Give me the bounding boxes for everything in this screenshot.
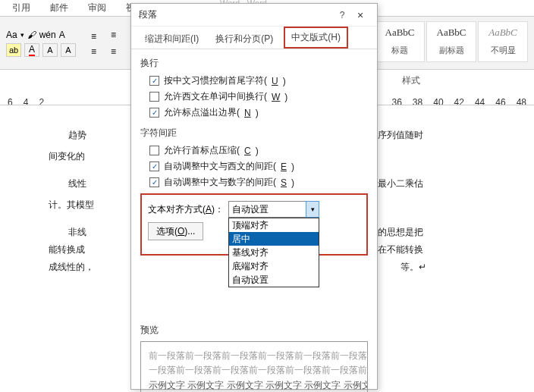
clear-format-button[interactable]: A [59, 30, 65, 40]
checkbox-icon[interactable] [149, 146, 159, 155]
doc-text: 线性 [68, 174, 86, 193]
style-subtle[interactable]: AaBbC不明显 [478, 21, 528, 62]
check-cjk-number-space[interactable]: 自动调整中文与数字的间距(S) [149, 176, 377, 189]
chevron-down-icon[interactable]: ▾ [306, 201, 319, 218]
tab-chinese-typography[interactable]: 中文版式(H) [284, 27, 348, 49]
tab-indent-spacing[interactable]: 缩进和间距(I) [139, 30, 205, 49]
align-option-auto[interactable]: 自动设置 [229, 273, 319, 287]
numbering-button[interactable]: ≡ [111, 30, 127, 43]
options-button[interactable]: 选项(O)... [148, 222, 203, 240]
tab-line-page-breaks[interactable]: 换行和分页(P) [209, 30, 279, 49]
text-align-dropdown: 顶端对齐 居中 基线对齐 底端对齐 自动设置 [228, 218, 319, 287]
doc-text: 的思想是把 [378, 223, 423, 241]
checkbox-icon[interactable] [149, 92, 159, 102]
doc-text: 在不能转换 [378, 240, 423, 259]
doc-text: 趋势 [68, 126, 86, 144]
char-shading-button[interactable]: A [61, 43, 76, 57]
align-left-button[interactable]: ≡ [91, 46, 108, 57]
style-subtitle[interactable]: AaBbC副标题 [426, 21, 476, 62]
ribbon-tab-mailings[interactable]: 邮件 [47, 0, 71, 16]
checkbox-icon[interactable] [149, 108, 159, 118]
doc-text: 非线 [68, 223, 86, 241]
paragraph-dialog: 段落 ? × 缩进和间距(I) 换行和分页(P) 中文版式(H) 换行 按中文习… [130, 3, 378, 390]
checkbox-icon[interactable] [149, 177, 159, 187]
dialog-title: 段落 [139, 8, 333, 21]
doc-text: 等。↵ [400, 258, 426, 276]
align-option-top[interactable]: 顶端对齐 [229, 218, 319, 232]
dialog-close-button[interactable]: × [351, 9, 369, 21]
check-cjk-latin-space[interactable]: 自动调整中文与西文的间距(E) [149, 160, 377, 173]
align-option-bottom[interactable]: 底端对齐 [229, 259, 319, 273]
check-latin-wordbreak[interactable]: 允许西文在单词中间换行(W) [149, 90, 377, 103]
check-chinese-firstlast[interactable]: 按中文习惯控制首尾字符(U) [149, 74, 377, 87]
section-wrap-label: 换行 [140, 57, 377, 70]
doc-text: 序列值随时 [378, 126, 423, 144]
checkbox-icon[interactable] [149, 76, 159, 86]
ruler-left: 642 [8, 97, 44, 108]
styles-group-label: 样式 [402, 74, 420, 87]
check-compress-punct[interactable]: 允许行首标点压缩(C) [149, 144, 377, 157]
dialog-help-button[interactable]: ? [333, 10, 351, 20]
doc-text: 间变化的 [49, 147, 85, 165]
char-border-button[interactable]: A [42, 43, 58, 57]
text-align-label: 文本对齐方式(A)： [148, 203, 224, 216]
doc-text: 成线性的， [49, 258, 94, 276]
format-painter-icon[interactable]: 🖌 [27, 30, 36, 40]
doc-text: 计。其模型 [49, 196, 94, 214]
change-case-button[interactable]: Aa [6, 30, 17, 40]
style-title[interactable]: AaBbC标题 [375, 21, 425, 62]
alignment-highlight-box: 文本对齐方式(A)： 自动设置 ▾ 顶端对齐 居中 基线对齐 底端对齐 自动设置… [140, 193, 368, 256]
bullets-button[interactable]: ≡ [91, 30, 108, 43]
phonetic-guide-button[interactable]: wén [39, 30, 56, 40]
ruler-right: 36384042444648 [391, 97, 526, 108]
doc-text: 最小二乘估 [378, 174, 423, 193]
align-option-center[interactable]: 居中 [229, 232, 319, 246]
ribbon-tab-review[interactable]: 审阅 [85, 0, 109, 16]
check-punct-overflow[interactable]: 允许标点溢出边界(N) [149, 106, 377, 119]
align-center-button[interactable]: ≡ [111, 46, 127, 57]
text-align-combo[interactable]: 自动设置 ▾ 顶端对齐 居中 基线对齐 底端对齐 自动设置 [228, 201, 319, 218]
preview-box: 前一段落前一段落前一段落前一段落前一段落前一段落前一段落前一段落 一段落前一段落… [140, 341, 368, 392]
doc-text: 能转换成 [49, 240, 85, 259]
font-color-button[interactable]: A [24, 43, 39, 57]
align-option-baseline[interactable]: 基线对齐 [229, 246, 319, 259]
section-spacing-label: 字符间距 [140, 127, 377, 140]
highlight-button[interactable]: ab [6, 43, 21, 57]
ribbon-tab-references[interactable]: 引用 [9, 0, 33, 16]
checkbox-icon[interactable] [149, 162, 159, 171]
preview-label: 预览 [140, 324, 368, 337]
